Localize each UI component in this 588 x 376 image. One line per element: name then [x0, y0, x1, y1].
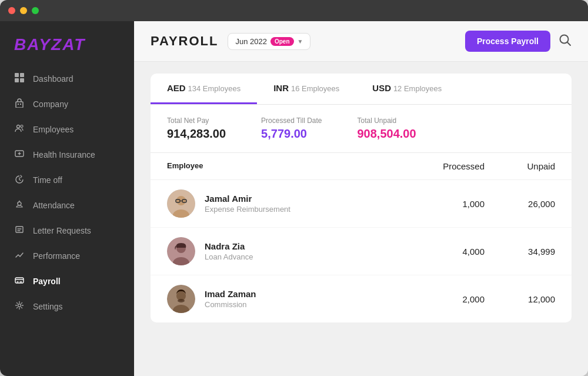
- unpaid-imad: 12,000: [485, 294, 555, 304]
- table-row[interactable]: Imad Zaman Commission 2,000 12,000: [151, 275, 572, 322]
- svg-rect-3: [20, 78, 24, 82]
- sidebar-label-company: Company: [33, 99, 68, 109]
- main-content: PAYROLL Jun 2022 Open ▼ Process Payroll: [134, 21, 588, 376]
- tab-aed-code: AED: [167, 83, 186, 93]
- app-window: BAYZAT Dashboard: [0, 0, 588, 376]
- tab-aed[interactable]: AED 134 Employees: [151, 74, 257, 104]
- processed-label: Processed Till Date: [261, 117, 322, 125]
- sidebar-item-company[interactable]: Company: [0, 91, 134, 117]
- attendance-icon: [14, 199, 25, 211]
- employee-name-nadra: Nadra Zia: [205, 241, 253, 251]
- avatar-imad: [167, 285, 195, 313]
- avatar-nadra: [167, 237, 195, 265]
- col-employee: Employee: [167, 161, 402, 171]
- sidebar-item-letter-requests[interactable]: Letter Requests: [0, 218, 134, 243]
- employee-sub-imad: Commission: [205, 300, 256, 309]
- sidebar-item-payroll[interactable]: Payroll: [0, 268, 134, 294]
- employee-details-nadra: Nadra Zia Loan Advance: [205, 241, 253, 261]
- sidebar-item-settings[interactable]: Settings: [0, 294, 134, 319]
- time-off-icon: [14, 174, 25, 185]
- payroll-icon: [14, 275, 25, 287]
- svg-point-13: [18, 304, 21, 307]
- top-bar-right: Process Payroll: [465, 31, 572, 52]
- close-dot[interactable]: [8, 7, 15, 14]
- employee-details-jamal: Jamal Amir Expense Reimbursement: [205, 194, 290, 214]
- search-button[interactable]: [559, 34, 572, 49]
- period-label: Jun 2022: [235, 37, 267, 46]
- processed-imad: 2,000: [402, 294, 485, 304]
- processed-nadra: 4,000: [402, 247, 485, 257]
- sidebar-item-performance[interactable]: Performance: [0, 243, 134, 268]
- status-badge: Open: [270, 37, 294, 46]
- content-area: AED 134 Employees INR 16 Employees USD 1…: [134, 62, 588, 376]
- nav-list: Dashboard Company: [0, 66, 134, 319]
- sidebar-label-health-insurance: Health Insurance: [33, 150, 95, 159]
- unpaid-nadra: 34,999: [485, 247, 555, 257]
- period-selector[interactable]: Jun 2022 Open ▼: [228, 33, 310, 50]
- company-icon: [14, 98, 25, 109]
- tab-inr-sub: 16 Employees: [291, 84, 339, 93]
- sidebar-label-performance: Performance: [33, 251, 80, 261]
- unpaid-jamal: 26,000: [485, 199, 555, 209]
- sidebar-label-settings: Settings: [33, 302, 63, 311]
- sidebar-item-dashboard[interactable]: Dashboard: [0, 66, 134, 91]
- summary-processed: Processed Till Date 5,779.00: [261, 117, 322, 141]
- svg-rect-6: [20, 104, 21, 105]
- employee-sub-jamal: Expense Reimbursement: [205, 205, 290, 214]
- svg-rect-2: [15, 78, 19, 82]
- sidebar-label-dashboard: Dashboard: [33, 74, 74, 84]
- sidebar-label-letter-requests: Letter Requests: [33, 226, 91, 235]
- svg-point-27: [178, 299, 185, 302]
- svg-rect-0: [15, 73, 19, 77]
- logo: BAYZAT: [14, 35, 85, 54]
- tab-inr[interactable]: INR 16 Employees: [257, 74, 356, 104]
- employee-sub-nadra: Loan Advance: [205, 252, 253, 261]
- table-row[interactable]: Jamal Amir Expense Reimbursement 1,000 2…: [151, 180, 572, 228]
- sidebar-item-employees[interactable]: Employees: [0, 117, 134, 142]
- sidebar-label-attendance: Attendance: [33, 201, 75, 210]
- tab-usd[interactable]: USD 12 Employees: [356, 74, 458, 104]
- employee-info-jamal: Jamal Amir Expense Reimbursement: [167, 189, 402, 218]
- employees-icon: [14, 124, 25, 135]
- top-bar: PAYROLL Jun 2022 Open ▼ Process Payroll: [134, 21, 588, 62]
- sidebar-item-attendance[interactable]: Attendance: [0, 192, 134, 218]
- sidebar: BAYZAT Dashboard: [0, 21, 134, 376]
- sidebar-label-time-off: Time off: [33, 175, 62, 185]
- total-net-pay-label: Total Net Pay: [167, 117, 226, 125]
- processed-value: 5,779.00: [261, 127, 322, 141]
- avatar-jamal: [167, 189, 195, 218]
- employee-info-imad: Imad Zaman Commission: [167, 285, 402, 313]
- settings-icon: [14, 301, 25, 312]
- svg-rect-4: [16, 102, 23, 108]
- total-net-pay-value: 914,283.00: [167, 127, 226, 141]
- summary-total-net-pay: Total Net Pay 914,283.00: [167, 117, 226, 141]
- logo-area: BAYZAT: [0, 21, 134, 66]
- employee-name-jamal: Jamal Amir: [205, 194, 290, 204]
- maximize-dot[interactable]: [32, 7, 39, 14]
- app-body: BAYZAT Dashboard: [0, 21, 588, 376]
- performance-icon: [14, 250, 25, 261]
- col-unpaid: Unpaid: [485, 161, 555, 171]
- sidebar-item-time-off[interactable]: Time off: [0, 167, 134, 192]
- employee-table: Employee Processed Unpaid: [151, 153, 572, 322]
- svg-rect-1: [20, 73, 24, 77]
- summary-unpaid: Total Unpaid 908,504.00: [358, 117, 416, 141]
- process-payroll-button[interactable]: Process Payroll: [465, 31, 550, 52]
- unpaid-label: Total Unpaid: [358, 117, 416, 125]
- svg-rect-11: [16, 227, 23, 232]
- sidebar-item-health-insurance[interactable]: Health Insurance: [0, 142, 134, 167]
- titlebar: [0, 0, 588, 21]
- tab-usd-sub: 12 Employees: [393, 84, 442, 93]
- health-insurance-icon: [14, 149, 25, 160]
- dashboard-icon: [14, 73, 25, 84]
- tab-usd-code: USD: [372, 83, 391, 93]
- minimize-dot[interactable]: [20, 7, 27, 14]
- table-row[interactable]: Nadra Zia Loan Advance 4,000 34,999: [151, 228, 572, 275]
- summary-card: Total Net Pay 914,283.00 Processed Till …: [151, 105, 572, 153]
- sidebar-label-employees: Employees: [33, 125, 74, 134]
- svg-point-7: [17, 125, 20, 128]
- employee-details-imad: Imad Zaman Commission: [205, 289, 256, 309]
- currency-tabs: AED 134 Employees INR 16 Employees USD 1…: [151, 74, 572, 105]
- svg-rect-12: [15, 278, 24, 283]
- page-title: PAYROLL: [151, 34, 218, 49]
